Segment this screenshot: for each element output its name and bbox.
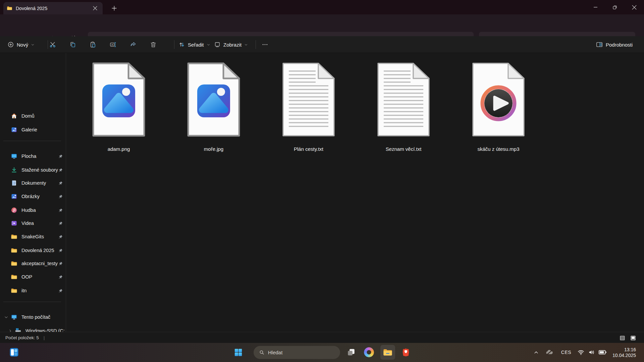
close-window-button[interactable]	[625, 0, 644, 14]
more-options-button[interactable]	[259, 39, 271, 51]
chevron-up-icon	[534, 350, 539, 355]
copilot-button[interactable]	[362, 346, 376, 359]
sidebar-item-akceptacni-testy[interactable]: akceptacni_testy	[1, 257, 64, 270]
title-bar: Dovolená 2025	[0, 0, 644, 14]
copy-icon	[69, 41, 76, 48]
brave-browser-button[interactable]	[399, 346, 413, 359]
new-label: Nový	[17, 42, 28, 48]
restore-icon	[612, 5, 617, 10]
onedrive-status-button[interactable]	[544, 346, 555, 359]
pin-icon	[58, 275, 63, 280]
file-adam-png[interactable]: adam.png	[78, 62, 159, 152]
share-button[interactable]	[127, 39, 139, 51]
delete-button[interactable]	[147, 39, 159, 51]
sidebar-item-home[interactable]: Domů	[1, 109, 64, 123]
details-view-toggle[interactable]	[618, 334, 627, 342]
folder-icon	[11, 287, 17, 294]
cut-icon	[49, 41, 56, 48]
pin-icon	[58, 181, 63, 186]
wifi-icon	[577, 349, 585, 356]
view-icon	[214, 41, 221, 48]
audio-file-icon	[471, 62, 526, 137]
folder-icon	[11, 233, 17, 240]
start-button[interactable]	[231, 346, 245, 359]
thumbnail-view-toggle[interactable]	[629, 334, 637, 342]
videos-icon	[11, 220, 17, 227]
pin-icon	[58, 208, 63, 213]
volume-button[interactable]	[587, 346, 597, 359]
item-count: Počet položek: 5	[5, 335, 39, 340]
cut-button[interactable]	[47, 39, 59, 51]
sidebar-item-gallery[interactable]: Galerie	[1, 123, 64, 136]
close-icon	[632, 5, 637, 10]
tray-time: 13:16	[624, 347, 636, 353]
sidebar-item-snakegits[interactable]: SnakeGits	[1, 230, 64, 243]
pin-icon	[58, 288, 63, 293]
expand-chevron[interactable]	[1, 315, 11, 319]
sidebar-item-downloads[interactable]: Stažené soubory	[1, 163, 64, 177]
brave-icon	[401, 348, 411, 357]
minimize-button[interactable]	[586, 0, 605, 14]
windows-logo-icon	[234, 348, 243, 357]
hidden-icons-button[interactable]	[531, 346, 541, 359]
file-plan-cesty-txt[interactable]: Plán cesty.txt	[268, 62, 349, 152]
sidebar-item-pictures[interactable]: Obrázky	[1, 190, 64, 203]
chevron-down-icon	[31, 43, 35, 47]
wifi-button[interactable]	[576, 346, 586, 359]
file-name: Plán cesty.txt	[294, 146, 323, 152]
sidebar-item-music[interactable]: Hudba	[1, 203, 64, 217]
list-view-icon	[619, 335, 626, 341]
sidebar-item-this-pc[interactable]: Tento počítač	[1, 310, 64, 324]
new-tab-button[interactable]	[109, 3, 119, 13]
file-skacu-z-utesu-mp3[interactable]: skáču z útesu.mp3	[458, 62, 539, 152]
folder-icon	[7, 5, 12, 11]
text-file-icon	[376, 62, 431, 137]
battery-icon	[598, 348, 607, 357]
sidebar-item-desktop[interactable]: Plocha	[1, 149, 64, 163]
tab-title: Dovolená 2025	[16, 6, 91, 11]
taskbar: Hledat CES	[0, 343, 644, 362]
explorer-tab[interactable]: Dovolená 2025	[3, 2, 103, 14]
pin-icon	[58, 221, 63, 226]
thumbnail-view-icon	[630, 335, 636, 341]
rename-button[interactable]: A	[107, 39, 119, 51]
plus-icon	[112, 6, 117, 11]
file-explorer-button[interactable]	[380, 345, 395, 360]
paste-button[interactable]	[87, 39, 99, 51]
sort-button[interactable]: Seřadit	[176, 39, 213, 51]
ellipsis-icon	[262, 41, 268, 48]
download-icon	[11, 167, 17, 173]
details-label: Podrobnosti	[606, 42, 633, 48]
file-more-jpg[interactable]: moře.jpg	[173, 62, 254, 152]
file-seznam-veci-txt[interactable]: Seznam věcí.txt	[363, 62, 444, 152]
desktop-icon	[11, 153, 17, 160]
view-button[interactable]: Zobrazit	[211, 39, 251, 51]
file-name: Seznam věcí.txt	[386, 146, 422, 152]
file-list-area[interactable]: adam.png moře.jpg Plán cesty.txt Seznam …	[66, 53, 644, 332]
battery-button[interactable]	[597, 346, 608, 359]
pin-icon	[58, 234, 63, 239]
chevron-down-icon	[4, 315, 8, 319]
sidebar-separator	[3, 302, 61, 302]
new-button[interactable]: Nový	[5, 39, 37, 51]
command-toolbar: Nový A	[0, 36, 644, 53]
sidebar-item-itn[interactable]: itn	[1, 284, 64, 297]
sidebar-item-dovolena-2025[interactable]: Dovolená 2025	[1, 244, 64, 257]
paste-icon	[90, 41, 96, 48]
restore-button[interactable]	[605, 0, 625, 14]
widgets-button[interactable]	[7, 346, 21, 359]
file-name: skáču z útesu.mp3	[477, 146, 519, 152]
copy-button[interactable]	[67, 39, 79, 51]
task-view-button[interactable]	[344, 346, 358, 359]
trash-icon	[150, 41, 157, 48]
language-indicator[interactable]: CES	[560, 346, 573, 359]
sidebar-item-videos[interactable]: Videa	[1, 217, 64, 230]
details-pane-button[interactable]: Podrobnosti	[593, 39, 635, 51]
sidebar-item-documents[interactable]: Dokumenty	[1, 176, 64, 190]
pictures-icon	[11, 193, 17, 200]
tab-close-button[interactable]	[91, 4, 99, 13]
file-name: adam.png	[108, 146, 130, 152]
taskbar-search[interactable]: Hledat	[254, 346, 340, 359]
clock[interactable]: 13:16 10.04.2025	[612, 343, 636, 362]
sidebar-item-oop[interactable]: OOP	[1, 270, 64, 284]
